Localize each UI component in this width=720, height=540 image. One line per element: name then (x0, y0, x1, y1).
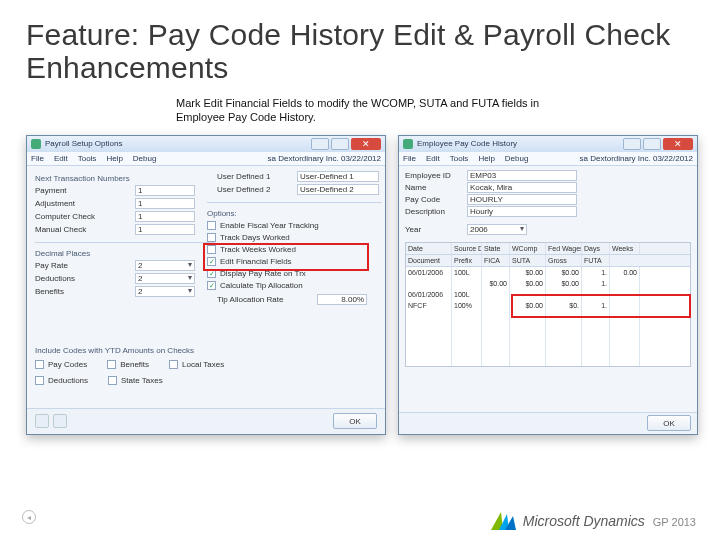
col-state[interactable]: State (482, 243, 510, 254)
chk-benefits-ytd[interactable]: Benefits (107, 359, 149, 371)
cell[interactable] (510, 289, 546, 300)
col-wcomp[interactable]: WComp (510, 243, 546, 254)
fld-manual-check[interactable]: 1 (135, 224, 195, 235)
col-gross[interactable]: Gross (546, 255, 582, 266)
chk-state-taxes[interactable]: State Taxes (108, 375, 163, 387)
chk-fiscal-year[interactable]: Enable Fiscal Year Tracking (207, 220, 382, 232)
chk-pay-codes[interactable]: Pay Codes (35, 359, 87, 371)
cell[interactable] (406, 278, 452, 289)
fld-empid[interactable]: EMP03 (467, 170, 577, 181)
col-prefix[interactable]: Prefix (452, 255, 482, 266)
menu-help[interactable]: Help (106, 154, 122, 163)
menu-file[interactable]: File (403, 154, 416, 163)
col-date[interactable]: Date (406, 243, 452, 254)
maximize-button[interactable] (331, 138, 349, 150)
titlebar[interactable]: Employee Pay Code History ✕ (399, 136, 697, 152)
grid-row-empty[interactable] (406, 322, 690, 333)
fld-computer-check[interactable]: 1 (135, 211, 195, 222)
minimize-button[interactable] (623, 138, 641, 150)
maximize-button[interactable] (643, 138, 661, 150)
print-icon[interactable] (35, 414, 49, 428)
cell[interactable] (610, 278, 640, 289)
col-weeks[interactable]: Weeks (610, 243, 640, 254)
history-grid[interactable]: Date Source Doc. State WComp Fed Wages D… (405, 242, 691, 367)
cell[interactable] (640, 267, 670, 278)
cell[interactable] (640, 300, 670, 311)
minimize-button[interactable] (311, 138, 329, 150)
cell[interactable] (482, 267, 510, 278)
grid-row[interactable]: 06/01/2006100L (406, 289, 690, 300)
fld-paycode[interactable]: HOURLY (467, 194, 577, 205)
col-fedwages[interactable]: Fed Wages (546, 243, 582, 254)
cell[interactable]: 0.00 (610, 267, 640, 278)
cell[interactable] (452, 278, 482, 289)
cell[interactable] (640, 278, 670, 289)
menu-tools[interactable]: Tools (78, 154, 97, 163)
cell[interactable] (610, 300, 640, 311)
cell[interactable]: $0.00 (482, 278, 510, 289)
dd-deductions[interactable]: 2 (135, 273, 195, 284)
chk-track-weeks[interactable]: Track Weeks Worked (207, 244, 382, 256)
cell[interactable] (482, 289, 510, 300)
close-button[interactable]: ✕ (351, 138, 381, 150)
chk-deductions-ytd[interactable]: Deductions (35, 375, 88, 387)
cell[interactable]: 1. (582, 300, 610, 311)
cell[interactable]: 06/01/2006 (406, 289, 452, 300)
grid-row[interactable]: 06/01/2006100L$0.00$0.001.0.00 (406, 267, 690, 278)
col-source[interactable]: Source Doc. (452, 243, 482, 254)
col-extra[interactable] (640, 243, 670, 254)
grid-row-empty[interactable] (406, 311, 690, 322)
menu-tools[interactable]: Tools (450, 154, 469, 163)
fld-ud1[interactable]: User-Defined 1 (297, 171, 379, 182)
chk-tip-alloc[interactable]: Calculate Tip Allocation (207, 280, 382, 292)
menu-edit[interactable]: Edit (54, 154, 68, 163)
menu-file[interactable]: File (31, 154, 44, 163)
grid-row[interactable]: $0.00$0.00$0.001. (406, 278, 690, 289)
menu-debug[interactable]: Debug (133, 154, 157, 163)
cell[interactable] (582, 289, 610, 300)
close-button[interactable]: ✕ (663, 138, 693, 150)
menu-help[interactable]: Help (478, 154, 494, 163)
col-suta[interactable]: SUTA (510, 255, 546, 266)
titlebar[interactable]: Payroll Setup Options ✕ (27, 136, 385, 152)
cell[interactable]: 100L (452, 289, 482, 300)
chk-local-taxes[interactable]: Local Taxes (169, 359, 224, 371)
col-e2[interactable] (610, 255, 640, 266)
cell[interactable] (610, 289, 640, 300)
cell[interactable]: $0.00 (510, 267, 546, 278)
cell[interactable] (546, 289, 582, 300)
col-futa[interactable]: FUTA (582, 255, 610, 266)
cell[interactable]: $0.00 (510, 300, 546, 311)
menu-debug[interactable]: Debug (505, 154, 529, 163)
cell[interactable]: 06/01/2006 (406, 267, 452, 278)
help-icon[interactable] (53, 414, 67, 428)
dd-year[interactable]: 2006 (467, 224, 527, 235)
fld-tip-rate[interactable]: 8.00% (317, 294, 367, 305)
grid-row-empty[interactable] (406, 355, 690, 366)
cell[interactable]: 100% (452, 300, 482, 311)
cell[interactable]: 100L (452, 267, 482, 278)
grid-row-empty[interactable] (406, 333, 690, 344)
fld-adjustment[interactable]: 1 (135, 198, 195, 209)
ok-button[interactable]: OK (333, 413, 377, 429)
chk-track-days[interactable]: Track Days Worked (207, 232, 382, 244)
ok-button[interactable]: OK (647, 415, 691, 431)
cell[interactable]: NFCF (406, 300, 452, 311)
cell[interactable]: $0.00 (546, 267, 582, 278)
chk-display-payrate[interactable]: Display Pay Rate on Trx (207, 268, 382, 280)
dd-benefits[interactable]: 2 (135, 286, 195, 297)
col-days[interactable]: Days (582, 243, 610, 254)
cell[interactable]: $0.00 (546, 278, 582, 289)
cell[interactable]: $0.00 (510, 278, 546, 289)
dd-payrate[interactable]: 2 (135, 260, 195, 271)
chk-edit-financial[interactable]: Edit Financial Fields (207, 256, 382, 268)
cell[interactable]: 1. (582, 267, 610, 278)
grid-row-empty[interactable] (406, 344, 690, 355)
col-doc[interactable]: Document (406, 255, 452, 266)
fld-ud2[interactable]: User-Defined 2 (297, 184, 379, 195)
cell[interactable] (482, 300, 510, 311)
fld-payment[interactable]: 1 (135, 185, 195, 196)
cell[interactable]: 1. (582, 278, 610, 289)
cell[interactable] (640, 289, 670, 300)
cell[interactable]: $0. (546, 300, 582, 311)
